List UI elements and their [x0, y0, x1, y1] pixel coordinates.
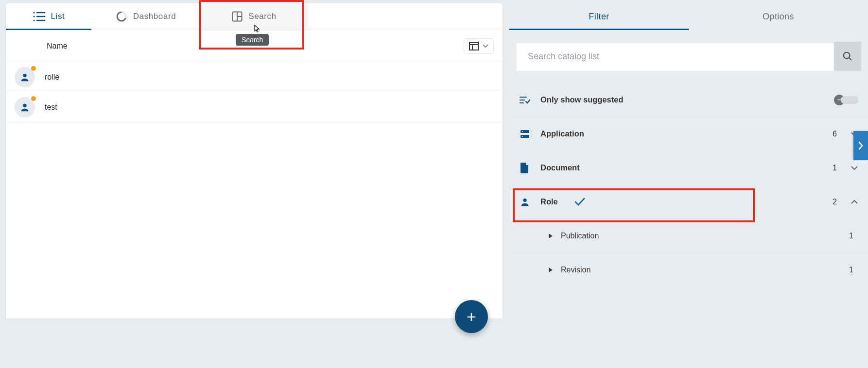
add-button[interactable]: +	[455, 300, 488, 333]
svg-rect-20	[521, 130, 529, 133]
plus-icon: +	[467, 307, 476, 326]
item-name: test	[45, 103, 57, 112]
facet-document[interactable]: Document 1	[509, 151, 868, 185]
svg-point-0	[33, 12, 35, 13]
svg-point-1	[33, 16, 35, 17]
list-item[interactable]: test	[6, 92, 503, 122]
panel-layout-icon	[232, 11, 243, 22]
subfacet-count: 1	[849, 266, 853, 274]
svg-line-16	[849, 58, 851, 60]
list-icon	[33, 11, 45, 22]
facet-count: 6	[833, 130, 837, 138]
svg-point-24	[523, 198, 526, 201]
side-panel: Filter Options Only show suggested −	[509, 3, 868, 368]
application-icon	[519, 129, 531, 139]
triangle-right-icon	[548, 233, 553, 239]
tab-filter[interactable]: Filter	[509, 3, 689, 30]
suggested-toggle[interactable]: −	[834, 95, 858, 105]
tooltip-search: Search	[236, 34, 269, 46]
subfacet-count: 1	[849, 232, 853, 240]
catalog-search-button[interactable]	[834, 42, 861, 71]
chevron-right-icon	[858, 141, 864, 150]
table-layout-icon	[469, 42, 479, 50]
chevron-up-icon	[851, 200, 858, 204]
tab-search-label: Search	[248, 12, 276, 21]
subfacet-label: Publication	[561, 232, 841, 240]
svg-rect-10	[469, 42, 478, 50]
facet-label: Document	[540, 163, 823, 172]
catalog-search-input[interactable]	[516, 42, 834, 71]
chevron-down-icon	[851, 166, 858, 170]
tab-dashboard[interactable]: Dashboard	[91, 3, 200, 30]
facet-role[interactable]: Role 2	[509, 185, 868, 219]
facet-count: 1	[833, 164, 837, 172]
subfacet-label: Revision	[561, 266, 841, 274]
document-icon	[519, 163, 531, 173]
list-item[interactable]: rolle	[6, 62, 503, 92]
tab-dashboard-label: Dashboard	[133, 12, 176, 21]
caret-down-icon	[483, 44, 488, 48]
collapse-sidepanel-button[interactable]	[853, 131, 868, 160]
facet-suggested[interactable]: Only show suggested −	[509, 83, 868, 117]
catalog-search	[516, 42, 861, 71]
facet-label: Role	[540, 197, 558, 206]
tab-options-label: Options	[763, 12, 794, 22]
facet-label: Only show suggested	[540, 95, 824, 104]
tab-options[interactable]: Options	[689, 3, 868, 30]
triangle-right-icon	[548, 267, 553, 273]
check-icon	[574, 198, 823, 206]
facet-application[interactable]: Application 6	[509, 117, 868, 151]
facet-count: 2	[833, 198, 837, 206]
svg-point-22	[522, 131, 523, 132]
avatar	[15, 97, 35, 117]
column-header-name[interactable]: Name	[47, 42, 68, 50]
facet-label: Application	[540, 129, 823, 138]
main-tabbar: List Dashboard Search	[6, 3, 503, 30]
svg-point-23	[522, 135, 523, 136]
person-icon	[19, 72, 30, 83]
svg-rect-21	[521, 135, 529, 138]
tab-search[interactable]: Search	[200, 3, 308, 30]
tab-filter-label: Filter	[589, 12, 609, 22]
svg-point-2	[33, 19, 35, 21]
dashboard-icon	[116, 11, 127, 22]
svg-point-14	[23, 103, 26, 107]
tab-list-label: List	[51, 12, 65, 21]
avatar	[15, 67, 35, 87]
svg-point-13	[23, 73, 26, 77]
subfacet-revision[interactable]: Revision 1	[509, 253, 868, 287]
item-name: rolle	[45, 73, 59, 82]
side-tabbar: Filter Options	[509, 3, 868, 30]
tab-list[interactable]: List	[6, 3, 91, 30]
subfacet-publication[interactable]: Publication 1	[509, 219, 868, 253]
role-icon	[519, 197, 531, 207]
person-icon	[19, 102, 30, 113]
search-icon	[842, 51, 853, 62]
suggested-icon	[519, 96, 531, 104]
layout-select-button[interactable]	[464, 38, 494, 54]
main-panel: List Dashboard Search Name	[6, 3, 503, 318]
facet-list: Only show suggested − Application 6 Docu…	[509, 83, 868, 287]
